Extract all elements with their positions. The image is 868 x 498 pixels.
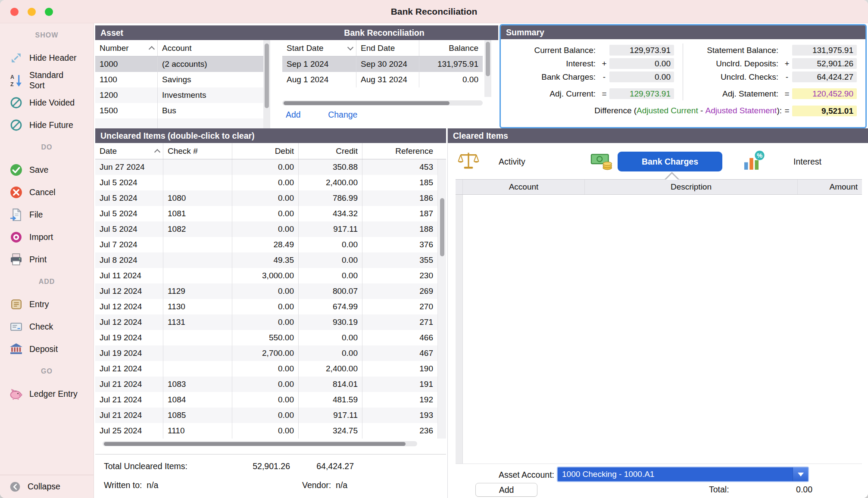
sidebar-item-hide-header[interactable]: Hide Header (0, 47, 94, 69)
cell-date: Jul 21 2024 (95, 361, 163, 377)
uncleared-row[interactable]: Jul 12 2024 1130 0.00 674.99 270 (95, 299, 446, 314)
cell-credit: 2,400.00 (299, 361, 362, 377)
sidebar-item-import[interactable]: Import (0, 226, 94, 248)
sidebar-item-ledger-entry[interactable]: Ledger Entry (0, 383, 94, 405)
reconciliation-row[interactable]: Sep 1 2024 Sep 30 2024 131,975.91 (282, 56, 483, 72)
sidebar-item-save[interactable]: Save (0, 159, 94, 181)
cell-date: Jul 12 2024 (95, 299, 163, 314)
asset-row[interactable]: 1000 (2 accounts) (95, 56, 270, 72)
collapse-button[interactable]: Collapse (0, 475, 94, 498)
cell-number: 1000 (95, 56, 158, 72)
written-to-field: Written to: n/a (104, 480, 158, 490)
cell-account: (2 accounts) (158, 56, 263, 72)
add-reconciliation-link[interactable]: Add (286, 110, 301, 120)
row-gutter-header (456, 180, 463, 194)
reconciliation-row[interactable]: Aug 1 2024 Aug 31 2024 0.00 (282, 72, 483, 87)
asset-vertical-scrollbar[interactable] (263, 40, 270, 128)
bank-icon (9, 342, 23, 356)
cell-start-date: Sep 1 2024 (282, 56, 356, 72)
uncleared-row[interactable]: Jul 12 2024 1131 0.00 930.19 271 (95, 314, 446, 330)
dropdown-chevron-icon[interactable] (793, 467, 808, 481)
column-header-account[interactable]: Account (158, 40, 263, 56)
column-header-date[interactable]: Date (95, 143, 163, 159)
uncleared-vertical-scrollbar[interactable] (437, 159, 446, 439)
scrollbar-thumb[interactable] (104, 442, 406, 446)
cleared-vertical-scrollbar[interactable] (456, 195, 463, 464)
reconciliation-horizontal-scrollbar[interactable] (282, 100, 483, 106)
add-cleared-item-button[interactable]: Add (475, 483, 537, 497)
tab-activity[interactable]: Activity (499, 156, 525, 167)
sidebar-item-print[interactable]: Print (0, 248, 94, 271)
uncleared-row[interactable]: Jul 21 2024 1085 0.00 917.11 193 (95, 408, 446, 423)
sidebar-section-add: ADD (0, 271, 94, 293)
asset-account-dropdown[interactable]: 1000 Checking - 1000.A1 (557, 467, 809, 482)
tab-interest[interactable]: Interest (793, 156, 821, 167)
check-doc-icon (9, 319, 23, 334)
column-header-reference[interactable]: Reference (362, 143, 437, 159)
sidebar-item-label: Import (29, 232, 53, 242)
cell-reference: 236 (362, 423, 437, 439)
cell-reference: 188 (362, 221, 437, 237)
cell-debit: 49.35 (232, 252, 299, 268)
uncleared-row[interactable]: Jul 25 2024 1110 0.00 324.75 236 (95, 423, 446, 439)
column-header-start-date[interactable]: Start Date (282, 40, 356, 56)
uncleared-row[interactable]: Jul 5 2024 1080 0.00 786.99 186 (95, 190, 446, 206)
column-header-number[interactable]: Number (95, 40, 158, 56)
summary-operator: - (782, 72, 792, 82)
column-header-credit[interactable]: Credit (299, 143, 362, 159)
scrollbar-thumb[interactable] (486, 42, 490, 76)
uncleared-row[interactable]: Jul 21 2024 0.00 2,400.00 190 (95, 361, 446, 377)
uncleared-row[interactable]: Jul 7 2024 28.49 0.00 376 (95, 237, 446, 252)
sidebar-item-file[interactable]: File (0, 203, 94, 226)
column-header-balance[interactable]: Balance (419, 40, 483, 56)
scrollbar-thumb[interactable] (284, 101, 450, 105)
asset-row[interactable]: 1500 Bus (95, 103, 270, 118)
summary-label: Bank Charges: (504, 72, 599, 82)
uncleared-row[interactable]: Jul 5 2024 0.00 2,400.00 185 (95, 175, 446, 190)
uncleared-row[interactable]: Jun 27 2024 0.00 350.88 453 (95, 159, 446, 175)
cell-debit: 0.00 (232, 408, 299, 423)
uncleared-row[interactable]: Jul 19 2024 2,700.00 0.00 467 (95, 345, 446, 361)
asset-row[interactable]: 1200 Investments (95, 87, 270, 103)
sidebar-item-hide-future[interactable]: Hide Future (0, 114, 94, 136)
change-reconciliation-link[interactable]: Change (328, 110, 357, 120)
uncleared-row[interactable]: Jul 21 2024 1083 0.00 814.01 191 (95, 377, 446, 392)
svg-text:A: A (10, 74, 14, 80)
summary-operator: = (599, 89, 609, 99)
column-header-description[interactable]: Description (585, 180, 798, 194)
cell-end-date: Sep 30 2024 (356, 56, 419, 72)
uncleared-row[interactable]: Jul 5 2024 1082 0.00 917.11 188 (95, 221, 446, 237)
sidebar-item-cancel[interactable]: Cancel (0, 181, 94, 203)
scrollbar-thumb[interactable] (440, 198, 444, 256)
uncleared-row[interactable]: Jul 21 2024 1084 0.00 481.59 192 (95, 392, 446, 408)
sidebar-item-hide-voided[interactable]: Hide Voided (0, 91, 94, 114)
asset-row[interactable]: 1100 Savings (95, 72, 270, 87)
tab-bank-charges[interactable]: Bank Charges (618, 152, 722, 171)
sidebar-item-check[interactable]: Check (0, 315, 94, 338)
column-header-debit[interactable]: Debit (232, 143, 299, 159)
summary-panel: Summary Current Balance: 129,973.91 Inte… (500, 24, 867, 128)
cell-balance: 131,975.91 (419, 56, 483, 72)
uncleared-row[interactable]: Jul 11 2024 3,000.00 0.00 230 (95, 268, 446, 283)
reconciliation-table-body: Sep 1 2024 Sep 30 2024 131,975.91 Aug 1 … (282, 56, 483, 87)
reconciliation-vertical-scrollbar[interactable] (484, 40, 491, 97)
no-circle-icon (9, 118, 23, 132)
uncleared-row[interactable]: Jul 5 2024 1081 0.00 434.32 187 (95, 206, 446, 221)
column-header-account[interactable]: Account (463, 180, 585, 194)
scrollbar-thumb[interactable] (265, 44, 269, 108)
column-header-check[interactable]: Check # (163, 143, 232, 159)
summary-panel-title: Summary (501, 25, 865, 39)
sidebar-section-do: DO (0, 136, 94, 159)
column-header-amount[interactable]: Amount (798, 180, 862, 194)
uncleared-row[interactable]: Jul 19 2024 550.00 0.00 466 (95, 330, 446, 345)
cell-date: Jul 5 2024 (95, 190, 163, 206)
column-header-end-date[interactable]: End Date (356, 40, 419, 56)
uncleared-row[interactable]: Jul 8 2024 49.35 0.00 355 (95, 252, 446, 268)
uncleared-row[interactable]: Jul 12 2024 1129 0.00 800.07 269 (95, 283, 446, 299)
cell-date: Jul 19 2024 (95, 330, 163, 345)
sidebar-item-entry[interactable]: Entry (0, 293, 94, 315)
sidebar-item-deposit[interactable]: Deposit (0, 338, 94, 360)
sidebar-item-standard-sort[interactable]: AZ Standard Sort (0, 69, 94, 91)
cell-debit: 0.00 (232, 361, 299, 377)
uncleared-horizontal-scrollbar[interactable] (103, 441, 417, 446)
